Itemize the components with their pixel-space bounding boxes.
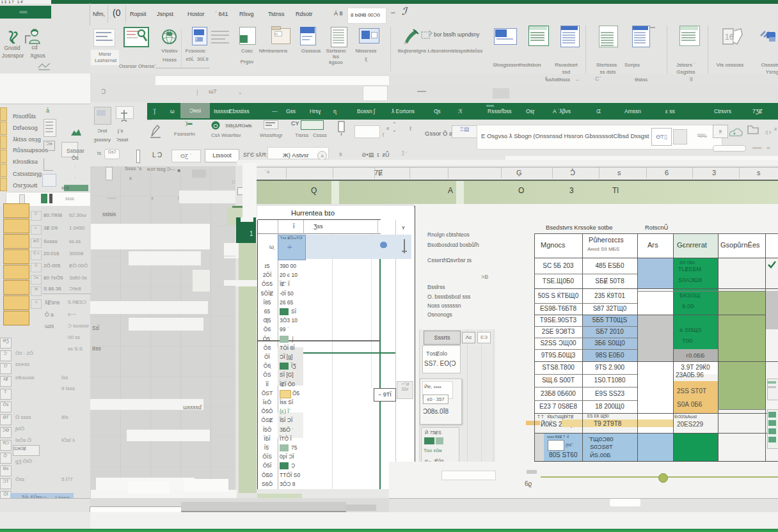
svg-text:O: O	[214, 123, 218, 129]
svg-text:16: 16	[725, 33, 734, 42]
